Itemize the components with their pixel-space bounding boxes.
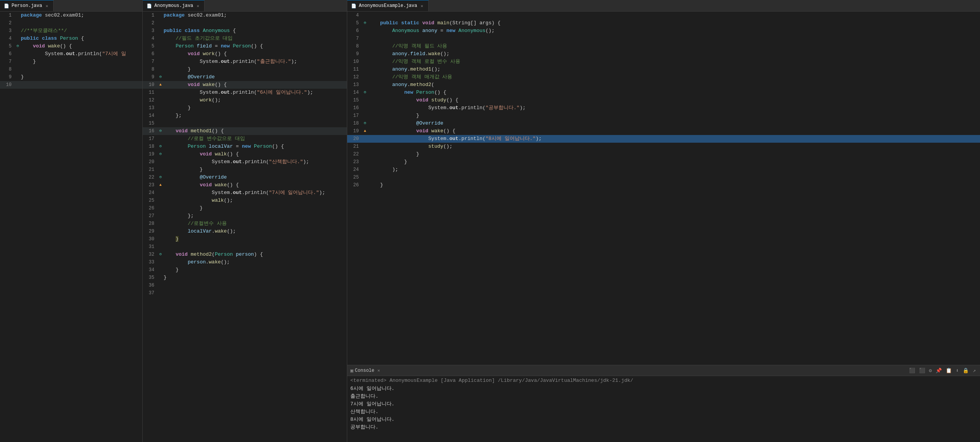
console-close-button[interactable]: ✕ [377,368,380,373]
code-line: 9 } [0,73,142,81]
java-file-icon: 📄 [147,3,152,8]
code-line: 31 [143,243,347,251]
code-line: 4 public class Person { [0,35,142,42]
code-line: 5 Person field = new Person() { [143,42,347,50]
java-file-icon: 📄 [4,3,9,8]
example-code-area[interactable]: 4 5 ⊖ public static void main(String[] a… [347,12,980,365]
code-line: 30 } [143,235,347,243]
anonymous-editor: 📄 Anonymous.java ✕ 1 package sec02.exam0… [143,0,347,442]
code-line: 21 } [143,166,347,174]
anonymous-code-area[interactable]: 1 package sec02.exam01; 2 3 public class… [143,12,347,442]
console-pin-button[interactable]: 📌 [934,367,943,374]
console-panel: ▣ Console ✕ ⬛ ⬛ ⚙ 📌 📋 ⬇ 🔒 ↗ <terminated>… [347,365,980,442]
console-output-line-6: 공부합니다. [350,423,977,431]
code-line: 8 //익명 객체 필드 사용 [347,42,980,50]
code-line: 22 } [347,150,980,158]
code-line: 11 System.out.println("6시에 일어납니다."); [143,89,347,96]
person-tab-close[interactable]: ✕ [44,3,49,9]
console-open-button[interactable]: ↗ [972,367,977,374]
anonymous-tab-bar: 📄 Anonymous.java ✕ [143,0,347,12]
person-tab-label: Person.java [12,3,42,8]
code-line: 7 } [0,58,142,66]
console-output-line-2: 출근합니다. [350,393,977,400]
code-line: 25 walk(); [143,197,347,204]
code-line: 24 ); [347,166,980,174]
code-line: 9 ⊖ @Override [143,73,347,81]
person-tab[interactable]: 📄 Person.java ✕ [0,0,54,11]
code-line: 5 ⊖ void wake() { [0,42,142,50]
code-line: 25 [347,174,980,181]
code-line: 10 ▲ void wake() { [143,81,347,89]
code-line: 10 [0,81,142,89]
code-line: 12 //익명 객체 매개값 사용 [347,73,980,81]
code-line: 16 System.out.println("공부합니다."); [347,104,980,112]
code-line: 13 } [143,104,347,112]
code-line: 23 } [347,158,980,166]
console-tab-bar: ▣ Console ✕ ⬛ ⬛ ⚙ 📌 📋 ⬇ 🔒 ↗ [347,365,980,376]
console-scroll-lock-button[interactable]: 🔒 [961,367,970,374]
code-line: 20 System.out.println("8시에 일어납니다."); [347,135,980,143]
code-line: 14 ⊖ new Person() { [347,89,980,96]
code-line: 24 System.out.println("7시에 일어납니다."); [143,189,347,197]
console-toolbar: ⬛ ⬛ ⚙ 📌 📋 ⬇ 🔒 ↗ [908,367,977,374]
console-output-area[interactable]: <terminated> AnonymousExample [Java Appl… [347,376,980,442]
code-line: 1 package sec02.exam01; [143,12,347,19]
console-terminated-text: <terminated> AnonymousExample [Java Appl… [350,378,977,383]
code-line: 4 //필드 초기값으로 대입 [143,35,347,42]
code-line: 36 [143,282,347,289]
anonymous-tab[interactable]: 📄 Anonymous.java ✕ [143,0,204,11]
code-line: 32 ⊖ void method2(Person person) { [143,251,347,258]
code-line: 21 study(); [347,143,980,150]
console-icon: ▣ [350,368,353,374]
code-line: 2 [143,19,347,27]
console-output-line-3: 7시에 일어납니다. [350,400,977,408]
code-line: 20 System.out.println("산책합니다."); [143,158,347,166]
code-line: 7 System.out.println("출근합니다."); [143,58,347,66]
code-line: 6 Anonymous anony = new Anonymous(); [347,27,980,35]
console-clear-button[interactable]: ⬛ [908,367,916,374]
code-line: 17 } [347,112,980,120]
code-line: 10 //익명 객체 로컬 변수 사용 [347,58,980,66]
code-line: 4 [347,12,980,19]
console-output-line-5: 8시에 일어납니다. [350,416,977,423]
code-line: 19 ⊖ void walk() { [143,150,347,158]
code-line: 37 [143,289,347,297]
code-line: 33 person.wake(); [143,258,347,266]
code-line: 11 anony.method1(); [347,66,980,73]
code-line: 2 [0,19,142,27]
code-line: 23 ▲ void wake() { [143,181,347,189]
code-line: 26 } [143,204,347,212]
code-line: 22 ⊖ @Override [143,174,347,181]
example-tab-close[interactable]: ✕ [419,3,424,9]
console-output-line-1: 6시에 일어납니다. [350,385,977,393]
code-line: 17 //로컬 변수값으로 대입 [143,135,347,143]
person-tab-bar: 📄 Person.java ✕ [0,0,142,12]
code-line: 19 ▲ void wake() { [347,127,980,135]
console-scroll-button[interactable]: ⬇ [955,367,960,374]
code-line: 27 }; [143,212,347,220]
code-line: 14 }; [143,112,347,120]
code-line: 29 localVar.wake(); [143,228,347,235]
code-line: 8 } [143,66,347,73]
code-line: 15 void study() { [347,96,980,104]
code-line: 15 [143,120,347,127]
console-output-line-4: 산책합니다. [350,408,977,416]
code-line: 6 void work() { [143,50,347,58]
example-tab-label: AnonymousExample.java [359,3,417,8]
example-tab[interactable]: 📄 AnonymousExample.java ✕ [347,0,429,11]
code-line: 28 //로컬변수 사용 [143,220,347,228]
anonymous-tab-label: Anonymous.java [154,3,193,8]
person-code-area[interactable]: 1 package sec02.exam01; 2 3 //**부모클래스**/… [0,12,142,442]
code-line: 5 ⊖ public static void main(String[] arg… [347,19,980,27]
right-section: 📄 AnonymousExample.java ✕ 4 5 ⊖ public s… [347,0,980,442]
console-copy-button[interactable]: 📋 [945,367,953,374]
code-line: 18 ⊖ Person localVar = new Person() { [143,143,347,150]
console-stop-button[interactable]: ⬛ [918,367,926,374]
code-line: 3 public class Anonymous { [143,27,347,35]
code-line: 16 ⊖ void method1() { [143,127,347,135]
anonymous-tab-close[interactable]: ✕ [196,3,201,9]
console-debug-button[interactable]: ⚙ [928,367,933,374]
code-line: 7 [347,35,980,42]
code-line: 26 } [347,181,980,189]
code-line: 34 } [143,266,347,274]
